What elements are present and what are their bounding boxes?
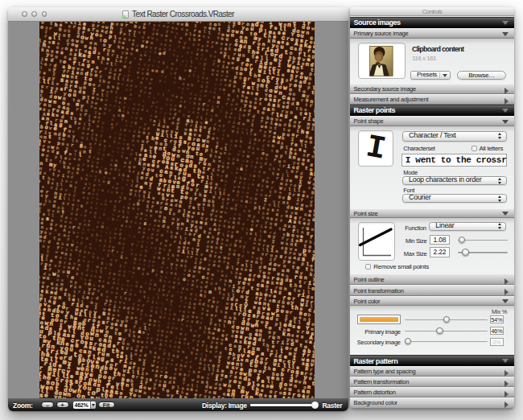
svg-text:o: o [314, 72, 315, 77]
svg-text:g: g [311, 53, 315, 59]
svg-text:o: o [311, 286, 315, 291]
svg-text:t: t [311, 380, 315, 387]
svg-text:o: o [314, 241, 315, 246]
svg-text:t: t [311, 90, 315, 96]
svg-text:d: d [312, 217, 315, 223]
svg-text:r: r [313, 309, 315, 315]
svg-text:w: w [311, 26, 315, 31]
